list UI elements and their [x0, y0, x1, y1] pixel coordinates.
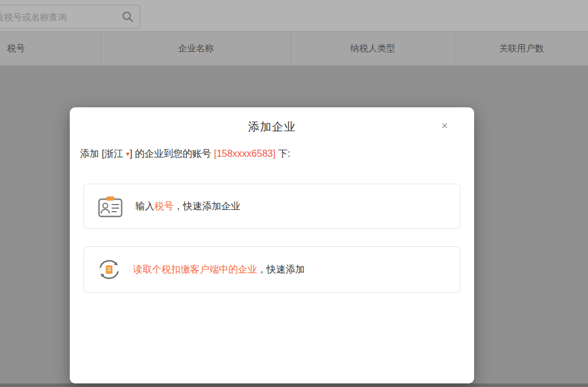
option-label: 输入税号，快速添加企业 — [135, 200, 240, 213]
toolbar-panel — [0, 0, 588, 31]
option-label: 读取个税扣缴客户端中的企业，快速添加 — [133, 264, 305, 276]
dialog-subtitle: 添加 [浙江 ▾] 的企业到您的账号 [158xxxx6583] 下: — [80, 148, 290, 160]
option-enter-tax-id[interactable]: 输入税号，快速添加企业 — [83, 184, 460, 229]
dialog-title: 添加企业 — [70, 119, 474, 135]
option-read-tax-client[interactable]: 读取个税扣缴客户端中的企业，快速添加 — [83, 246, 460, 293]
table-header-row: 税号 企业名称 纳税人类型 关联用户数 — [0, 31, 588, 66]
subtitle-text: 下: — [276, 148, 290, 159]
column-header-tax-id: 税号 — [0, 32, 101, 65]
column-header-company-name: 企业名称 — [101, 32, 291, 65]
page-bottom-strip — [0, 383, 588, 387]
column-header-linked-users: 关联用户数 — [455, 32, 588, 65]
close-icon[interactable]: × — [441, 120, 448, 131]
subtitle-text: 添加 [ — [80, 148, 104, 159]
tax-id-highlight: 税号 — [154, 201, 174, 211]
subtitle-text: ] 的企业到您的账号 — [129, 148, 213, 159]
page: 税号 企业名称 纳税人类型 关联用户数 添加企业 × 添加 [浙江 ▾] 的企业… — [0, 0, 588, 387]
column-header-taxpayer-type: 纳税人类型 — [291, 32, 455, 65]
sync-read-icon — [97, 258, 121, 281]
region-select[interactable]: 浙江 — [104, 148, 123, 159]
search-input[interactable] — [0, 5, 140, 29]
account-phone: [158xxxx6583] — [214, 148, 276, 159]
id-card-icon — [97, 194, 123, 219]
add-company-dialog: 添加企业 × 添加 [浙江 ▾] 的企业到您的账号 [158xxxx6583] … — [70, 107, 474, 383]
read-client-highlight: 读取个税扣缴客户端中的企业 — [133, 264, 257, 274]
search-icon[interactable] — [121, 10, 134, 23]
